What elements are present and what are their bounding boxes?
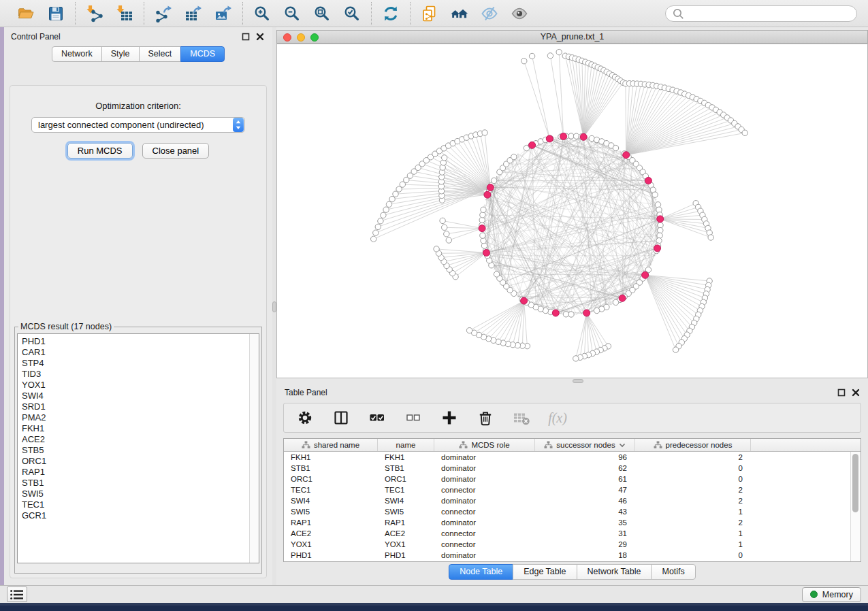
export-image-button[interactable]	[213, 3, 234, 24]
list-item[interactable]: ACE2	[22, 434, 259, 445]
search-icon	[672, 7, 684, 20]
table-scrollbar[interactable]	[850, 452, 861, 561]
table-row[interactable]: PHD1PHD1dominator180	[284, 550, 851, 561]
delete-column-button[interactable]	[477, 409, 494, 427]
zoom-fit-button[interactable]	[312, 3, 332, 24]
float-panel-icon[interactable]	[837, 389, 846, 397]
float-panel-icon[interactable]	[242, 33, 250, 41]
list-item[interactable]: ORC1	[22, 456, 259, 467]
list-item[interactable]: STB5	[22, 445, 259, 456]
list-item[interactable]: YOX1	[22, 380, 259, 391]
table-row[interactable]: TEC1TEC1connector472	[284, 484, 851, 495]
show-all-button[interactable]	[509, 3, 530, 24]
tab-edge-table[interactable]: Edge Table	[513, 564, 577, 580]
list-item[interactable]: GCR1	[22, 510, 259, 521]
column-header-name[interactable]: name	[378, 439, 434, 451]
node-table: shared namenameMCDS rolesuccessor nodesp…	[283, 438, 861, 562]
list-item[interactable]: SRD1	[22, 401, 259, 412]
tab-mcds[interactable]: MCDS	[180, 46, 225, 62]
network-canvas[interactable]	[277, 44, 867, 378]
open-file-button[interactable]	[16, 3, 36, 24]
list-item[interactable]: STB1	[22, 478, 259, 489]
memory-button[interactable]: Memory	[802, 587, 861, 602]
mcds-result-list[interactable]: PHD1CAR1STP4TID3YOX1SWI4SRD1PMA2FKH1ACE2…	[17, 333, 259, 563]
save-session-button[interactable]	[46, 3, 66, 24]
list-item[interactable]: FKH1	[22, 423, 259, 434]
table-header: shared namenameMCDS rolesuccessor nodesp…	[284, 439, 861, 452]
close-panel-button[interactable]: Close panel	[142, 143, 210, 159]
list-item[interactable]: STP4	[22, 358, 259, 369]
criterion-select[interactable]: largest connected component (undirected)	[31, 117, 245, 133]
column-header-successor-nodes[interactable]: successor nodes	[535, 439, 635, 451]
hide-selected-button[interactable]	[479, 3, 500, 24]
network-view[interactable]	[276, 44, 868, 378]
close-panel-icon[interactable]	[256, 33, 264, 41]
table-settings-button[interactable]	[296, 409, 314, 427]
splitter-handle[interactable]	[573, 379, 583, 383]
run-mcds-button[interactable]: Run MCDS	[67, 143, 133, 159]
refresh-view-button[interactable]	[381, 3, 401, 24]
table-row[interactable]: ACE2ACE2connector311	[284, 528, 851, 539]
list-scrollbar[interactable]	[249, 334, 259, 563]
delete-table-icon	[513, 409, 530, 427]
table-row[interactable]: FKH1FKH1dominator962	[284, 452, 851, 463]
zoom-in-button[interactable]	[252, 3, 272, 24]
zoom-selected-button[interactable]	[342, 3, 362, 24]
add-column-button[interactable]	[440, 409, 458, 427]
list-item[interactable]: CAR1	[22, 347, 259, 358]
show-panels-button[interactable]	[7, 587, 27, 602]
table-row[interactable]: YOX1YOX1connector291	[284, 539, 851, 550]
deselect-all-rows-button[interactable]	[404, 409, 422, 427]
list-item[interactable]: PHD1	[22, 336, 259, 347]
list-item[interactable]: TEC1	[22, 499, 259, 510]
window-minimize-light[interactable]	[297, 33, 305, 42]
column-label: MCDS role	[471, 441, 509, 449]
table-row[interactable]: RAP1RAP1dominator352	[284, 517, 851, 528]
mcds-result-title: MCDS result (17 nodes)	[18, 322, 114, 331]
search-input[interactable]	[688, 8, 850, 19]
table-row[interactable]: SWI4SWI4dominator462	[284, 495, 851, 506]
tab-node-table[interactable]: Node Table	[449, 564, 513, 580]
export-network-button[interactable]	[153, 3, 174, 24]
tab-motifs[interactable]: Motifs	[651, 564, 695, 580]
close-panel-icon[interactable]	[852, 389, 860, 397]
window-close-light[interactable]	[283, 33, 291, 42]
horizontal-splitter[interactable]	[276, 378, 868, 384]
select-all-rows-button[interactable]	[368, 409, 386, 427]
cell-mcds-role: dominator	[434, 518, 535, 527]
zoom-out-button[interactable]	[282, 3, 302, 24]
list-item[interactable]: PMA2	[22, 412, 259, 423]
table-row[interactable]: STB1STB1dominator620	[284, 463, 851, 474]
list-item[interactable]: RAP1	[22, 467, 259, 478]
scrollbar-thumb[interactable]	[852, 454, 858, 512]
cell-predecessor-nodes: 2	[635, 518, 751, 527]
table-row[interactable]: SWI5SWI5connector431	[284, 506, 851, 517]
control-panel-tabs: NetworkStyleSelectMCDS	[4, 46, 272, 62]
column-header-predecessor-nodes[interactable]: predecessor nodes	[635, 439, 751, 451]
table-row[interactable]: ORC1ORC1dominator610	[284, 474, 851, 484]
search-box[interactable]	[665, 5, 857, 22]
first-neighbors-button[interactable]	[449, 3, 470, 24]
list-item[interactable]: TID3	[22, 369, 259, 380]
tab-network[interactable]: Network	[52, 46, 102, 62]
tab-network-table[interactable]: Network Table	[577, 564, 652, 580]
window-zoom-light[interactable]	[310, 33, 319, 42]
split-view-button[interactable]	[332, 409, 350, 427]
cell-name: ORC1	[378, 475, 434, 483]
save-icon	[47, 5, 65, 22]
trash-icon	[477, 409, 494, 427]
cell-name: RAP1	[378, 518, 434, 527]
import-network-button[interactable]	[84, 3, 105, 24]
list-item[interactable]: SWI5	[22, 489, 259, 499]
tab-style[interactable]: Style	[101, 46, 140, 62]
cell-successor-nodes: 29	[535, 540, 635, 548]
import-table-button[interactable]	[114, 3, 135, 24]
list-item[interactable]: SWI4	[22, 391, 259, 401]
tab-select[interactable]: Select	[139, 46, 182, 62]
duplicate-network-button[interactable]	[419, 3, 440, 24]
cell-shared-name: YOX1	[284, 540, 378, 548]
cell-name: SWI4	[378, 497, 434, 505]
column-header-MCDS-role[interactable]: MCDS role	[434, 439, 535, 451]
column-header-shared-name[interactable]: shared name	[284, 439, 378, 451]
export-table-button[interactable]	[183, 3, 204, 24]
